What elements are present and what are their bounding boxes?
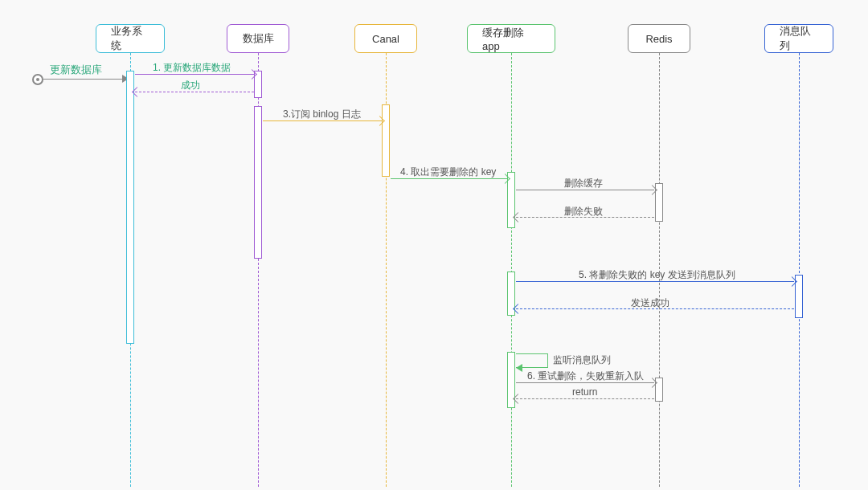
actor-origin-line xyxy=(43,79,124,80)
label-m6: 6. 重试删除，失败重新入队 xyxy=(527,370,644,383)
participant-db: 数据库 xyxy=(227,24,289,53)
participant-app: 缓存删除 app xyxy=(467,24,555,53)
label-m5: 5. 将删除失败的 key 发送到消息队列 xyxy=(579,268,735,282)
lifeline-mq xyxy=(799,53,800,487)
actor-origin-icon xyxy=(32,74,43,85)
activation-canal xyxy=(382,104,390,177)
self-loop-arrowhead-icon xyxy=(516,364,522,372)
participant-canal: Canal xyxy=(354,24,417,53)
label-m1r: 成功 xyxy=(181,79,200,92)
arrow-m6r xyxy=(516,398,654,399)
label-m4: 4. 取出需要删除的 key xyxy=(400,165,496,179)
label-m5r: 发送成功 xyxy=(631,296,669,310)
label-m3: 3.订阅 binlog 日志 xyxy=(283,108,361,121)
participant-redis: Redis xyxy=(628,24,690,53)
label-delf: 删除失败 xyxy=(564,205,603,218)
label-del: 删除缓存 xyxy=(564,177,603,190)
label-listen: 监听消息队列 xyxy=(553,353,611,367)
participant-mq: 消息队列 xyxy=(764,24,833,53)
actor-label: 更新数据库 xyxy=(50,63,102,77)
participant-biz: 业务系统 xyxy=(96,24,165,53)
activation-db-2 xyxy=(254,106,262,259)
label-m6r: return xyxy=(572,386,597,398)
activation-biz xyxy=(126,71,134,344)
label-m1: 1. 更新数据库数据 xyxy=(153,61,231,75)
lifeline-app xyxy=(511,53,512,487)
